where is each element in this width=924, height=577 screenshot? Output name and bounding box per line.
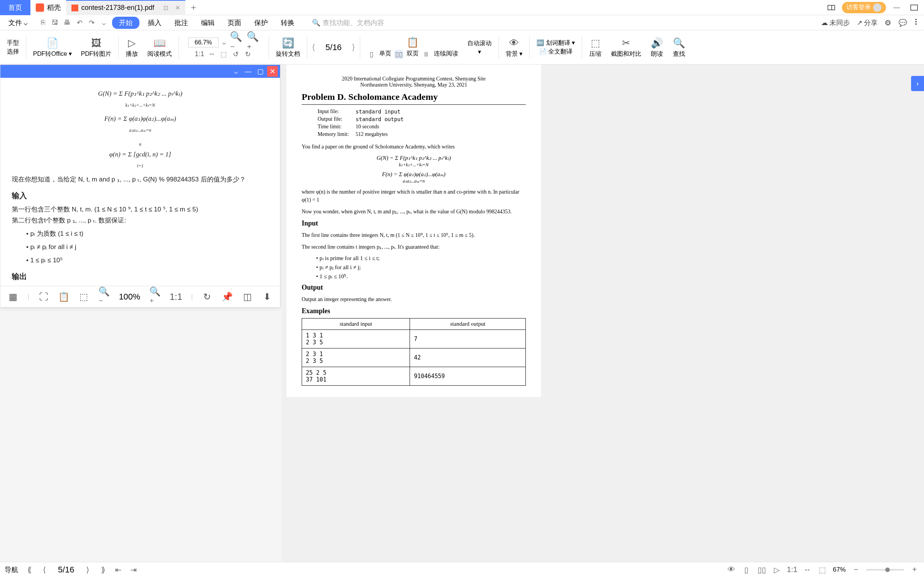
document-viewport[interactable]: 2020 International Collegiate Programmin… bbox=[282, 64, 924, 562]
play-icon[interactable]: ▷ bbox=[772, 565, 782, 575]
ribbon-rotate[interactable]: 🔄旋转文档 bbox=[273, 36, 302, 58]
ribbon-background[interactable]: 👁背景 ▾ bbox=[503, 36, 525, 58]
section-input: 输入 bbox=[12, 189, 269, 202]
list-item: • 1 ≤ pᵢ ≤ 10⁵ bbox=[26, 255, 269, 266]
open-icon[interactable]: ⎘ bbox=[39, 18, 47, 27]
first-page-icon[interactable]: ⟪ bbox=[24, 565, 34, 575]
fit-width-icon[interactable]: ↔ bbox=[207, 50, 216, 59]
minimize-icon[interactable]: — bbox=[890, 1, 903, 15]
panel-dropdown-icon[interactable]: ⌵ bbox=[231, 66, 241, 77]
status-page-input[interactable] bbox=[55, 565, 78, 575]
zoom-in-icon[interactable]: 🔍⁺ bbox=[149, 291, 161, 303]
last-page-icon[interactable]: ⟫ bbox=[98, 565, 108, 575]
continuous-icon[interactable]: ⫼ bbox=[422, 50, 431, 59]
ratio-icon[interactable]: 1:1 bbox=[170, 291, 182, 303]
thumbnails-icon[interactable]: 📋 bbox=[406, 36, 419, 49]
zoom-out-icon[interactable]: − bbox=[851, 565, 861, 575]
ribbon-hand[interactable]: 手型 bbox=[7, 39, 19, 47]
rotate-right-icon[interactable]: ↻ bbox=[244, 50, 253, 59]
tab-daoke[interactable]: 稻壳 bbox=[31, 0, 66, 15]
fit-width-icon[interactable]: ↔ bbox=[803, 565, 812, 575]
fit-11-icon[interactable]: 1:1 bbox=[195, 50, 204, 59]
forward-icon[interactable]: ⇥ bbox=[128, 565, 138, 575]
rotate-left-icon[interactable]: ↺ bbox=[231, 50, 241, 59]
menu-page[interactable]: 页面 bbox=[223, 17, 246, 29]
more-icon[interactable]: ⠇ bbox=[914, 18, 920, 28]
side-panel-toggle[interactable]: › bbox=[911, 76, 924, 91]
copy-icon[interactable]: 📋 bbox=[58, 291, 69, 303]
zoom-dropdown-icon[interactable]: ⌵ bbox=[222, 39, 226, 46]
back-icon[interactable]: ⇤ bbox=[113, 565, 123, 575]
download-icon[interactable]: ⬇ bbox=[262, 291, 272, 303]
ribbon-select[interactable]: 选择 bbox=[7, 48, 19, 56]
ribbon-autoscroll[interactable]: 自动滚动▾ bbox=[465, 39, 494, 55]
ribbon-readaloud[interactable]: 🔊朗读 bbox=[648, 36, 666, 58]
ribbon-pdf2office[interactable]: 📄PDF转Office ▾ bbox=[31, 36, 74, 58]
ribbon-compress[interactable]: ⬚压缩 bbox=[586, 36, 604, 58]
restore-icon[interactable] bbox=[907, 1, 921, 15]
split-window-icon[interactable] bbox=[824, 1, 838, 15]
dict-translate[interactable]: 🔤 划词翻译 ▾ bbox=[536, 39, 575, 47]
eye-mode-icon[interactable]: 👁 bbox=[727, 565, 736, 575]
next-page-icon[interactable]: ⟩ bbox=[352, 42, 355, 52]
search-box[interactable]: 🔍查找功能、文档内容 bbox=[312, 18, 384, 27]
unsync-button[interactable]: ☁未同步 bbox=[821, 18, 850, 27]
save-icon[interactable]: 🖫 bbox=[50, 18, 60, 27]
ribbon-pdf2pic[interactable]: 🖼PDF转图片 bbox=[79, 36, 114, 58]
menu-insert[interactable]: 插入 bbox=[143, 17, 166, 29]
menu-file[interactable]: 文件⌵ bbox=[4, 17, 32, 29]
menu-convert[interactable]: 转换 bbox=[276, 17, 299, 29]
zoom-out-icon[interactable]: 🔍⁻ bbox=[99, 291, 110, 303]
chat-icon[interactable]: 💬 bbox=[898, 18, 907, 27]
nav-label[interactable]: 导航 bbox=[5, 565, 18, 574]
redo-icon[interactable]: ↷ bbox=[87, 18, 96, 27]
full-translate[interactable]: 📄 全文翻译 bbox=[539, 48, 573, 56]
pin-icon[interactable]: 📌 bbox=[221, 291, 233, 303]
ribbon-readmode[interactable]: 📖阅读模式 bbox=[145, 36, 174, 58]
prev-page-icon[interactable]: ⟨ bbox=[39, 565, 49, 575]
close-tab-icon[interactable]: ✕ bbox=[175, 4, 180, 11]
fit-11-icon[interactable]: 1:1 bbox=[787, 565, 797, 575]
ribbon-play[interactable]: ▷播放 bbox=[123, 36, 141, 58]
gear-icon[interactable]: ⚙ bbox=[885, 18, 891, 27]
prev-page-icon[interactable]: ⟨ bbox=[312, 42, 315, 52]
menu-protect[interactable]: 保护 bbox=[250, 17, 272, 29]
panel-close-icon[interactable]: ✕ bbox=[267, 66, 278, 77]
tab-document[interactable]: contest-21738-en(1).pdf ⊡ ✕ bbox=[66, 0, 186, 15]
fullscreen-icon[interactable]: ⛶ bbox=[39, 291, 49, 303]
menu-annotate[interactable]: 批注 bbox=[170, 17, 192, 29]
menu-edit[interactable]: 编辑 bbox=[196, 17, 219, 29]
single-view-icon[interactable]: ▯ bbox=[741, 565, 751, 575]
share-button[interactable]: ↗分享 bbox=[857, 18, 878, 27]
ribbon-screenshot[interactable]: ✂截图和对比 bbox=[609, 36, 644, 58]
tab-home[interactable]: 首页 bbox=[0, 0, 31, 15]
double-page-icon[interactable]: ▯▯ bbox=[394, 50, 404, 59]
fit-icon[interactable]: ⬚ bbox=[79, 291, 89, 303]
rotate-icon[interactable]: ↻ bbox=[202, 291, 212, 303]
panel-header[interactable]: ⌵ — ▢ ✕ bbox=[0, 65, 280, 78]
body-text: 第一行包含三个整数 N, t, m. (1 ≤ N ≤ 10 ⁹, 1 ≤ t … bbox=[12, 204, 269, 215]
zoom-in-icon[interactable]: 🔍⁺ bbox=[247, 36, 260, 49]
print-icon[interactable]: 🖶 bbox=[63, 18, 72, 27]
next-page-icon[interactable]: ⟩ bbox=[83, 565, 93, 575]
zoom-input[interactable] bbox=[188, 37, 218, 47]
zoom-slider[interactable] bbox=[866, 569, 904, 571]
fit-page-icon[interactable]: ⬚ bbox=[817, 565, 827, 575]
qa-more-icon[interactable]: ⌵ bbox=[99, 18, 108, 27]
undo-icon[interactable]: ↶ bbox=[75, 18, 84, 27]
zoom-in-icon[interactable]: + bbox=[909, 565, 919, 575]
grid-icon[interactable]: ▦ bbox=[8, 291, 19, 303]
panel-minimize-icon[interactable]: — bbox=[243, 66, 254, 77]
zoom-out-icon[interactable]: 🔍⁻ bbox=[230, 36, 243, 49]
guest-login-button[interactable]: 访客登录 bbox=[842, 2, 886, 13]
ribbon-find[interactable]: 🔍查找 bbox=[670, 36, 688, 58]
page-input[interactable] bbox=[322, 42, 345, 52]
new-tab-button[interactable]: + bbox=[186, 2, 201, 13]
double-view-icon[interactable]: ▯▯ bbox=[757, 565, 767, 575]
menu-start[interactable]: 开始 bbox=[112, 17, 139, 29]
fit-page-icon[interactable]: ⬚ bbox=[219, 50, 228, 59]
panel-maximize-icon[interactable]: ▢ bbox=[255, 66, 266, 77]
single-page-icon[interactable]: ▯ bbox=[367, 50, 376, 59]
pin-icon[interactable]: ⊡ bbox=[163, 4, 168, 11]
crop-icon[interactable]: ◫ bbox=[242, 291, 253, 303]
